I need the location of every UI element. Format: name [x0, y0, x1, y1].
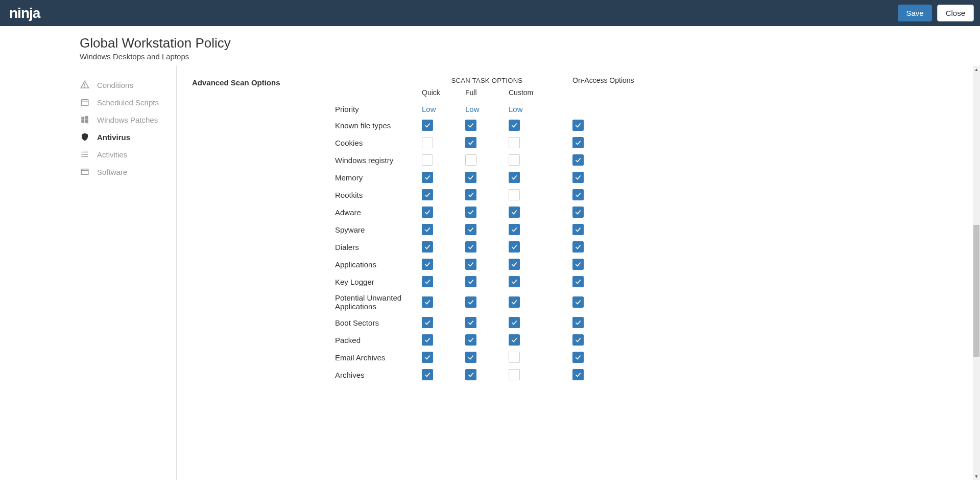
checkbox-full-2[interactable]: [465, 154, 476, 166]
scroll-up-arrow-icon[interactable]: ▲: [973, 66, 980, 73]
checkbox-quick-13[interactable]: [422, 352, 433, 363]
checkbox-full-7[interactable]: [465, 241, 476, 253]
checkbox-custom-5[interactable]: [509, 207, 520, 218]
checkbox-custom-13[interactable]: [509, 352, 520, 363]
checkbox-onaccess-9[interactable]: [572, 276, 584, 287]
svg-rect-0: [81, 100, 88, 106]
checkbox-custom-14[interactable]: [509, 369, 520, 380]
content-area: Advanced Scan Options SCAN TASK OPTIONS …: [177, 66, 980, 480]
checkbox-full-6[interactable]: [465, 224, 476, 235]
checkbox-full-5[interactable]: [465, 207, 476, 218]
checkbox-quick-4[interactable]: [422, 189, 433, 200]
checkbox-full-9[interactable]: [465, 276, 476, 287]
checkbox-quick-14[interactable]: [422, 369, 433, 380]
checkbox-custom-10[interactable]: [509, 296, 520, 308]
checkbox-custom-6[interactable]: [509, 224, 520, 235]
sidebar-item-antivirus[interactable]: Antivirus: [77, 128, 176, 146]
checkbox-custom-3[interactable]: [509, 172, 520, 183]
checkbox-custom-0[interactable]: [509, 120, 520, 131]
checkbox-full-4[interactable]: [465, 189, 476, 200]
checkbox-quick-0[interactable]: [422, 120, 433, 131]
sidebar-item-conditions[interactable]: Conditions: [77, 76, 176, 94]
checkbox-custom-1[interactable]: [509, 137, 520, 148]
checkbox-full-13[interactable]: [465, 352, 476, 363]
brand-logo: ninja: [9, 5, 40, 21]
checkbox-onaccess-2[interactable]: [572, 154, 584, 166]
checkbox-onaccess-8[interactable]: [572, 259, 584, 270]
list-icon: [80, 150, 90, 159]
close-button[interactable]: Close: [937, 5, 974, 21]
priority-quick-value[interactable]: Low: [422, 105, 436, 113]
checkbox-custom-12[interactable]: [509, 334, 520, 346]
checkbox-quick-8[interactable]: [422, 259, 433, 270]
vertical-scrollbar[interactable]: ▲ ▼: [973, 66, 980, 480]
window-icon: [80, 167, 90, 176]
priority-custom-value[interactable]: Low: [509, 105, 523, 113]
checkbox-quick-1[interactable]: [422, 137, 433, 148]
scroll-down-arrow-icon[interactable]: ▼: [973, 473, 980, 480]
checkbox-onaccess-12[interactable]: [572, 334, 584, 346]
column-custom-header: Custom: [509, 88, 552, 102]
checkbox-full-0[interactable]: [465, 120, 476, 131]
checkbox-onaccess-5[interactable]: [572, 207, 584, 218]
checkbox-onaccess-0[interactable]: [572, 120, 584, 131]
option-row-label: Boot Sectors: [335, 315, 422, 330]
checkbox-onaccess-10[interactable]: [572, 296, 584, 308]
option-row-label: Packed: [335, 333, 422, 348]
checkbox-quick-2[interactable]: [422, 154, 433, 166]
option-row-label: Dialers: [335, 240, 422, 255]
checkbox-quick-9[interactable]: [422, 276, 433, 287]
save-button[interactable]: Save: [898, 5, 931, 21]
option-row-label: Key Logger: [335, 274, 422, 289]
windows-icon: [80, 115, 90, 124]
checkbox-quick-11[interactable]: [422, 317, 433, 328]
priority-full-value[interactable]: Low: [465, 105, 480, 113]
checkbox-onaccess-7[interactable]: [572, 241, 584, 253]
checkbox-quick-12[interactable]: [422, 334, 433, 346]
topbar-actions: Save Close: [898, 5, 974, 21]
checkbox-quick-6[interactable]: [422, 224, 433, 235]
checkbox-full-3[interactable]: [465, 172, 476, 183]
checkbox-onaccess-3[interactable]: [572, 172, 584, 183]
shield-icon: [80, 132, 90, 142]
option-row-label: Rootkits: [335, 188, 422, 202]
checkbox-full-8[interactable]: [465, 259, 476, 270]
sidebar-item-label: Scheduled Scripts: [97, 98, 159, 107]
svg-rect-1: [81, 169, 88, 175]
sidebar-item-activities[interactable]: Activities: [77, 146, 176, 163]
checkbox-quick-3[interactable]: [422, 172, 433, 183]
checkbox-full-12[interactable]: [465, 334, 476, 346]
checkbox-full-10[interactable]: [465, 296, 476, 308]
checkbox-custom-8[interactable]: [509, 259, 520, 270]
scroll-area[interactable]: Advanced Scan Options SCAN TASK OPTIONS …: [177, 66, 973, 480]
option-row-label: Applications: [335, 257, 422, 272]
checkbox-onaccess-11[interactable]: [572, 317, 584, 328]
checkbox-onaccess-6[interactable]: [572, 224, 584, 235]
scroll-track[interactable]: [973, 73, 980, 473]
sidebar-item-software[interactable]: Software: [77, 163, 176, 180]
checkbox-quick-5[interactable]: [422, 207, 433, 218]
sidebar-item-label: Conditions: [97, 81, 133, 89]
checkbox-onaccess-13[interactable]: [572, 352, 584, 363]
checkbox-quick-7[interactable]: [422, 241, 433, 253]
checkbox-onaccess-14[interactable]: [572, 369, 584, 380]
calendar-icon: [80, 98, 90, 107]
checkbox-custom-4[interactable]: [509, 189, 520, 200]
checkbox-quick-10[interactable]: [422, 296, 433, 308]
section-title: Advanced Scan Options: [192, 78, 335, 87]
sidebar-item-windows-patches[interactable]: Windows Patches: [77, 111, 176, 128]
checkbox-onaccess-4[interactable]: [572, 189, 584, 200]
option-row-label: Spyware: [335, 222, 422, 237]
checkbox-custom-11[interactable]: [509, 317, 520, 328]
checkbox-full-1[interactable]: [465, 137, 476, 148]
topbar: ninja Save Close: [0, 0, 980, 26]
scroll-thumb[interactable]: [973, 225, 979, 357]
checkbox-custom-9[interactable]: [509, 276, 520, 287]
checkbox-custom-2[interactable]: [509, 154, 520, 166]
column-full-header: Full: [465, 88, 509, 102]
checkbox-full-11[interactable]: [465, 317, 476, 328]
sidebar-item-scheduled-scripts[interactable]: Scheduled Scripts: [77, 94, 176, 111]
checkbox-full-14[interactable]: [465, 369, 476, 380]
checkbox-onaccess-1[interactable]: [572, 137, 584, 148]
checkbox-custom-7[interactable]: [509, 241, 520, 253]
